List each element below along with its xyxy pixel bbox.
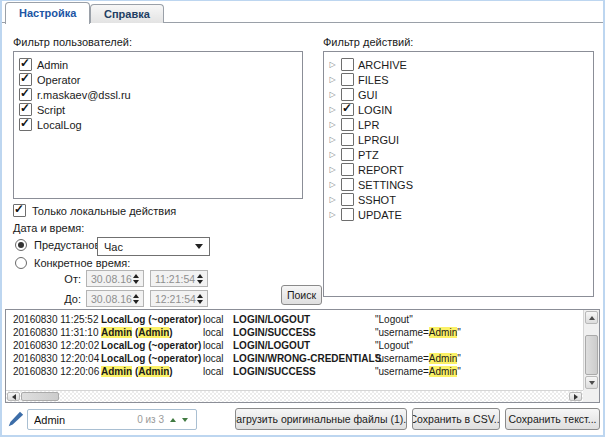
log-row: 20160830 11:31:10Admin (Admin)localLOGIN… bbox=[13, 326, 582, 339]
spinner-arrows-icon[interactable] bbox=[133, 294, 139, 304]
horizontal-scrollbar[interactable] bbox=[6, 390, 583, 402]
action-filter-item[interactable]: ▷ SSHOT bbox=[324, 192, 593, 207]
log-cell-user: LocalLog (~operator) bbox=[101, 352, 203, 365]
spinner-arrows-icon[interactable] bbox=[197, 274, 203, 284]
expand-arrow-icon[interactable]: ▷ bbox=[328, 60, 337, 69]
expand-arrow-icon[interactable]: ▷ bbox=[328, 120, 337, 129]
to-date-spinner[interactable]: 30.08.16 bbox=[86, 290, 144, 307]
checkbox[interactable] bbox=[341, 208, 354, 221]
checkbox[interactable] bbox=[19, 103, 32, 116]
action-filter-label: Фильтр действий: bbox=[323, 36, 413, 48]
chevron-down-icon bbox=[195, 244, 203, 249]
from-date-spinner[interactable]: 30.08.16 bbox=[86, 270, 144, 287]
save-text-button[interactable]: Сохранить текст... bbox=[505, 408, 600, 430]
preset-radio[interactable] bbox=[15, 239, 27, 251]
action-filter-item[interactable]: ▷ LPRGUI bbox=[324, 132, 593, 147]
checkbox[interactable] bbox=[341, 73, 354, 86]
action-filter-item-label: UPDATE bbox=[358, 209, 402, 221]
action-filter-item[interactable]: ▷ SETTINGS bbox=[324, 177, 593, 192]
expand-arrow-icon[interactable]: ▷ bbox=[328, 165, 337, 174]
expand-arrow-icon[interactable]: ▷ bbox=[328, 210, 337, 219]
checkbox[interactable] bbox=[341, 193, 354, 206]
log-search-input[interactable] bbox=[34, 414, 96, 426]
arrow-right-icon bbox=[574, 394, 578, 400]
user-filter-item[interactable]: Script bbox=[14, 102, 302, 117]
checkbox[interactable] bbox=[19, 73, 32, 86]
expand-arrow-icon[interactable]: ▷ bbox=[328, 75, 337, 84]
checkbox[interactable] bbox=[341, 58, 354, 71]
user-filter-item[interactable]: Operator bbox=[14, 72, 302, 87]
user-filter-item-label: Operator bbox=[37, 74, 80, 86]
action-filter-item[interactable]: ▷ ARCHIVE bbox=[324, 57, 593, 72]
scroll-left-button[interactable] bbox=[7, 392, 20, 401]
preset-select-value: Час bbox=[104, 241, 123, 253]
specific-time-label: Конкретное время: bbox=[34, 257, 130, 269]
vertical-scrollbar[interactable] bbox=[583, 310, 599, 390]
action-filter-item[interactable]: ▷ REPORT bbox=[324, 162, 593, 177]
to-time-spinner[interactable]: 12:21:54 bbox=[150, 290, 208, 307]
log-cell-time: 20160830 11:25:52 bbox=[13, 313, 101, 326]
spinner-arrows-icon[interactable] bbox=[197, 294, 203, 304]
checkbox[interactable] bbox=[19, 88, 32, 101]
action-filter-item[interactable]: ▷ LPR bbox=[324, 117, 593, 132]
checkbox[interactable] bbox=[341, 103, 354, 116]
datetime-label: Дата и время: bbox=[13, 222, 84, 234]
load-original-files-button[interactable]: Загрузить оригинальные файлы (1)... bbox=[235, 408, 407, 430]
save-csv-button[interactable]: Сохранить в CSV... bbox=[412, 408, 500, 430]
expand-arrow-icon[interactable]: ▷ bbox=[328, 180, 337, 189]
checkbox[interactable] bbox=[341, 133, 354, 146]
specific-radio-row[interactable]: Конкретное время: bbox=[15, 257, 130, 269]
user-filter-item[interactable]: LocalLog bbox=[14, 117, 302, 132]
log-cell-user: LocalLog (~operator) bbox=[101, 313, 203, 326]
checkbox[interactable] bbox=[341, 118, 354, 131]
scroll-down-button[interactable] bbox=[585, 376, 598, 389]
action-filter-item-label: SETTINGS bbox=[358, 179, 413, 191]
log-cell-time: 20160830 12:20:06 bbox=[13, 365, 101, 378]
log-cell-details: "Logout" bbox=[375, 339, 582, 352]
previous-match-icon[interactable] bbox=[170, 418, 176, 422]
local-only-checkbox[interactable] bbox=[13, 204, 26, 217]
checkbox[interactable] bbox=[19, 118, 32, 131]
specific-time-radio[interactable] bbox=[15, 257, 27, 269]
expand-arrow-icon[interactable]: ▷ bbox=[328, 90, 337, 99]
log-row: 20160830 11:25:52LocalLog (~operator)loc… bbox=[13, 313, 582, 326]
checkbox[interactable] bbox=[341, 148, 354, 161]
action-filter-item[interactable]: ▷ GUI bbox=[324, 87, 593, 102]
expand-arrow-icon[interactable]: ▷ bbox=[328, 150, 337, 159]
action-filter-item[interactable]: ▷ UPDATE bbox=[324, 207, 593, 222]
expand-arrow-icon[interactable]: ▷ bbox=[328, 135, 337, 144]
scroll-right-button[interactable] bbox=[569, 392, 582, 401]
log-cell-action: LOGIN/LOGOUT bbox=[233, 339, 375, 352]
checkbox[interactable] bbox=[341, 88, 354, 101]
log-cell-host: local bbox=[203, 326, 233, 339]
local-only-row[interactable]: Только локальные действия bbox=[13, 204, 176, 217]
spinner-arrows-icon[interactable] bbox=[133, 274, 139, 284]
horizontal-scroll-thumb[interactable] bbox=[21, 392, 59, 401]
log-search-box: 0 из 3 bbox=[27, 409, 197, 430]
user-filter-item[interactable]: Admin bbox=[14, 57, 302, 72]
expand-arrow-icon[interactable]: ▷ bbox=[328, 105, 337, 114]
search-button[interactable]: Поиск bbox=[281, 285, 322, 305]
from-time-spinner[interactable]: 11:21:54 bbox=[150, 270, 208, 287]
highlighter-pen-icon[interactable] bbox=[7, 411, 24, 428]
event-log-window: Настройка Справка Фильтр пользователей: … bbox=[0, 0, 605, 437]
checkbox[interactable] bbox=[341, 163, 354, 176]
action-filter-item[interactable]: ▷ FILES bbox=[324, 72, 593, 87]
user-filter-item[interactable]: r.maskaev@dssl.ru bbox=[14, 87, 302, 102]
log-cell-host: local bbox=[203, 313, 233, 326]
tab-settings[interactable]: Настройка bbox=[5, 2, 90, 24]
log-cell-host: local bbox=[203, 352, 233, 365]
scroll-up-button[interactable] bbox=[585, 311, 598, 324]
action-filter-item[interactable]: ▷ PTZ bbox=[324, 147, 593, 162]
action-filter-item[interactable]: ▷ LOGIN bbox=[324, 102, 593, 117]
checkbox[interactable] bbox=[19, 58, 32, 71]
to-label: До: bbox=[54, 293, 81, 305]
checkbox[interactable] bbox=[341, 178, 354, 191]
next-match-icon[interactable] bbox=[182, 418, 188, 422]
tab-help[interactable]: Справка bbox=[90, 4, 164, 23]
scrollbar-corner bbox=[583, 390, 599, 402]
vertical-scroll-thumb[interactable] bbox=[585, 335, 598, 375]
preset-select[interactable]: Час bbox=[97, 237, 210, 256]
expand-arrow-icon[interactable]: ▷ bbox=[328, 195, 337, 204]
action-filter-tree: ▷ ARCHIVE ▷ FILES ▷ GUI ▷ LOGIN ▷ LPR ▷ bbox=[323, 51, 594, 297]
